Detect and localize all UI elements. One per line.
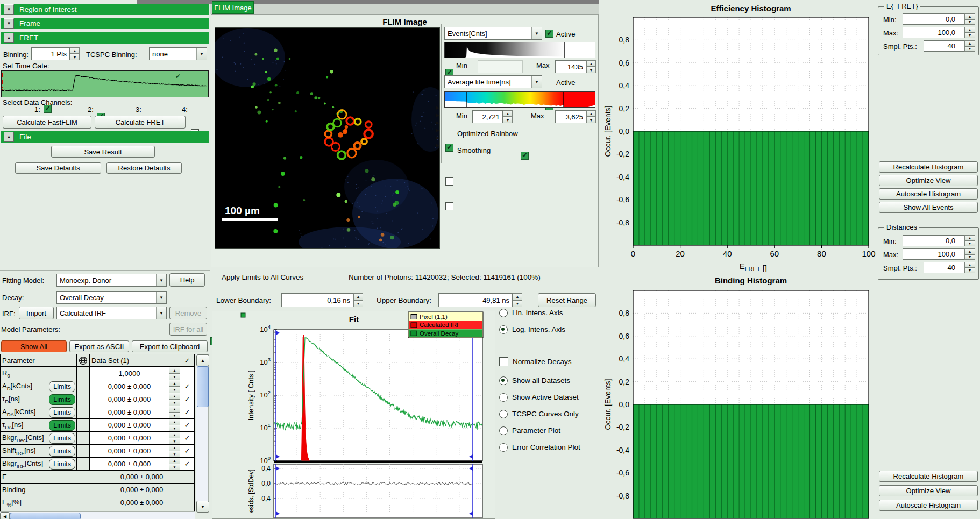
parameter-value-field[interactable]: 0,000 ± 0,000 [90, 432, 169, 444]
efret-min-field[interactable]: 0,0 [903, 13, 964, 25]
irf-for-all-button[interactable]: IRF for all [169, 323, 207, 336]
lifetime-max-spinner[interactable]: ▲▼ [586, 110, 596, 123]
parameter-spinner[interactable]: ▲▼ [169, 432, 180, 444]
upper-boundary-spinner[interactable]: ▲▼ [513, 293, 522, 307]
sidebar-button-optimize-view-2[interactable]: Optimize View [879, 485, 978, 496]
parameter-spinner[interactable]: ▲▼ [169, 393, 180, 406]
parameter-spinner[interactable]: ▲▼ [169, 458, 180, 470]
efret-min-spinner[interactable]: ▲▼ [964, 13, 975, 25]
parameter-spinner[interactable]: ▲▼ [169, 419, 180, 431]
parameter-fit-checkbox[interactable]: ✓ [180, 380, 194, 393]
splitter-arrow-icon[interactable]: ▶ [436, 105, 439, 110]
chevron-down-icon[interactable]: ▼ [156, 292, 166, 303]
lower-boundary-spinner[interactable]: ▲▼ [353, 293, 363, 307]
sidebar-button-autoscale-histogram[interactable]: Autoscale Histogram [879, 188, 978, 200]
restore-defaults-button[interactable]: Restore Defaults [106, 162, 182, 174]
parameter-fit-checkbox[interactable]: ✓ [180, 406, 194, 418]
optimized-rainbow-checkbox[interactable] [445, 177, 453, 186]
parameter-value-field[interactable]: 0,000 ± 0,000 [90, 380, 169, 393]
radio-button[interactable] [499, 443, 508, 452]
export-ascii-button[interactable]: Export as ASCII [69, 340, 129, 352]
intensity-max-spinner[interactable]: ▲▼ [586, 60, 596, 73]
splitter-arrow-icon[interactable]: ▶ [436, 113, 439, 118]
chevron-down-icon[interactable]: ▼ [531, 27, 542, 39]
distances-max-spinner[interactable]: ▲▼ [964, 248, 975, 260]
dataset-check[interactable]: ✓ [180, 354, 194, 366]
sidebar-button-show-all-events[interactable]: Show All Events [879, 202, 978, 213]
decay-dropdown[interactable]: Overall Decay▼ [56, 291, 167, 304]
reset-range-button[interactable]: Reset Range [538, 293, 596, 307]
limits-button[interactable]: Limits [49, 446, 75, 457]
scrollbar-thumb[interactable] [10, 513, 81, 519]
parameter-fit-checkbox[interactable]: ✓ [180, 458, 194, 470]
lifetime-max-value[interactable]: 3,625 [555, 110, 586, 123]
chevron-down-icon[interactable]: ▼ [196, 48, 207, 60]
splitter-arrow-icon[interactable]: ▶ [436, 136, 439, 140]
section-header-file[interactable]: ▲ File [1, 131, 209, 143]
section-header-frame[interactable]: ▼ Frame [1, 18, 209, 29]
checkbox[interactable] [499, 357, 508, 366]
sidebar-button-recalculate-histogram-2[interactable]: Recalculate Histogram [879, 471, 978, 482]
distances-max-field[interactable]: 100,0 [903, 248, 964, 260]
lifetime-max-checkbox[interactable] [521, 152, 529, 160]
efret-max-field[interactable]: 100,0 [903, 27, 964, 38]
channel-checkbox[interactable] [44, 105, 52, 113]
radio-button[interactable] [499, 410, 508, 418]
distances-min-field[interactable]: 0,0 [903, 235, 964, 246]
chevron-down-icon[interactable]: ▼ [156, 307, 166, 319]
chevron-down-icon[interactable]: ▼ [156, 274, 166, 286]
calculate-fret-button[interactable]: Calculate FRET [95, 116, 186, 129]
lifetime-min-value[interactable]: 2,721 [472, 110, 503, 123]
limits-button[interactable]: Limits [49, 394, 75, 405]
section-header-roi[interactable]: ▼ Region of Interest [1, 4, 209, 15]
radio-button[interactable] [499, 325, 508, 334]
parameter-spinner[interactable]: ▲▼ [169, 445, 180, 457]
efret-max-spinner[interactable]: ▲▼ [964, 27, 975, 38]
parameter-spinner[interactable]: ▲▼ [169, 380, 180, 393]
distances-smpl-field[interactable]: 40 [924, 262, 964, 273]
parameter-value-field[interactable]: 1,0000 [90, 367, 169, 380]
scroll-left-icon[interactable]: ◀ [0, 512, 10, 519]
sidebar-button-recalculate-histogram[interactable]: Recalculate Histogram [879, 161, 978, 173]
save-result-button[interactable]: Save Result [51, 146, 155, 158]
calculate-fastflim-button[interactable]: Calculate FastFLIM [3, 116, 91, 129]
smoothing-checkbox[interactable] [445, 202, 453, 210]
remove-irf-button[interactable]: Remove [169, 307, 207, 319]
efret-smpl-field[interactable]: 40 [924, 40, 964, 52]
tab-flim-image[interactable]: FLIM Image [212, 1, 254, 14]
distances-min-spinner[interactable]: ▲▼ [964, 235, 975, 246]
parameter-spinner[interactable]: ▲▼ [169, 367, 180, 380]
tcspc-binning-dropdown[interactable]: none▼ [149, 47, 207, 60]
sidebar-button-optimize-view[interactable]: Optimize View [879, 175, 978, 186]
parameter-value-field[interactable]: 0,000 ± 0,000 [90, 458, 169, 470]
limits-button[interactable]: Limits [49, 433, 75, 444]
lifetime-channel-dropdown[interactable]: Average life time[ns]▼ [444, 75, 542, 88]
scroll-up-icon[interactable]: ▲ [196, 354, 209, 366]
binding-histogram[interactable]: Binding Histogram0,80,60,40,20,0-0,2-0,4… [599, 272, 877, 519]
save-defaults-button[interactable]: Save Defaults [15, 162, 101, 174]
parameter-fit-checkbox[interactable]: ✓ [180, 419, 194, 431]
fit-plot[interactable]: Fit104103102101100Intensity [ Cnts ]0,40… [212, 311, 495, 518]
parameter-fit-checkbox[interactable]: ✓ [180, 393, 194, 406]
scrollbar-thumb[interactable] [197, 366, 209, 407]
parameter-value-field[interactable]: 0,000 ± 0,000 [90, 393, 169, 406]
intensity-min-field[interactable] [478, 60, 523, 73]
time-gate-plot[interactable]: ✓ [1, 70, 209, 97]
splitter-arrow-icon[interactable]: ▶ [436, 143, 439, 148]
irf-dropdown[interactable]: Calculated IRF▼ [56, 307, 167, 319]
collapse-icon[interactable]: ▼ [4, 4, 14, 15]
parameter-fit-checkbox[interactable]: ✓ [180, 445, 194, 457]
parameter-spinner[interactable]: ▲▼ [169, 406, 180, 418]
sidebar-button-autoscale-histogram-2[interactable]: Autoscale Histogram [879, 500, 978, 511]
splitter-arrow-icon[interactable]: ▶ [436, 120, 439, 125]
scroll-down-icon[interactable]: ▼ [196, 501, 209, 513]
parameter-fit-checkbox[interactable] [180, 367, 194, 380]
upper-boundary-field[interactable]: 49,81 ns [438, 293, 513, 307]
expand-icon[interactable]: ▲ [4, 33, 14, 43]
collapse-icon[interactable]: ▼ [4, 18, 14, 29]
parameter-fit-checkbox[interactable]: ✓ [180, 432, 194, 444]
help-button[interactable]: Help [169, 273, 205, 287]
parameter-value-field[interactable]: 0,000 ± 0,000 [90, 406, 169, 418]
intensity-channel-dropdown[interactable]: Events[Cnts]▼ [444, 27, 542, 40]
limits-button[interactable]: Limits [49, 459, 75, 470]
